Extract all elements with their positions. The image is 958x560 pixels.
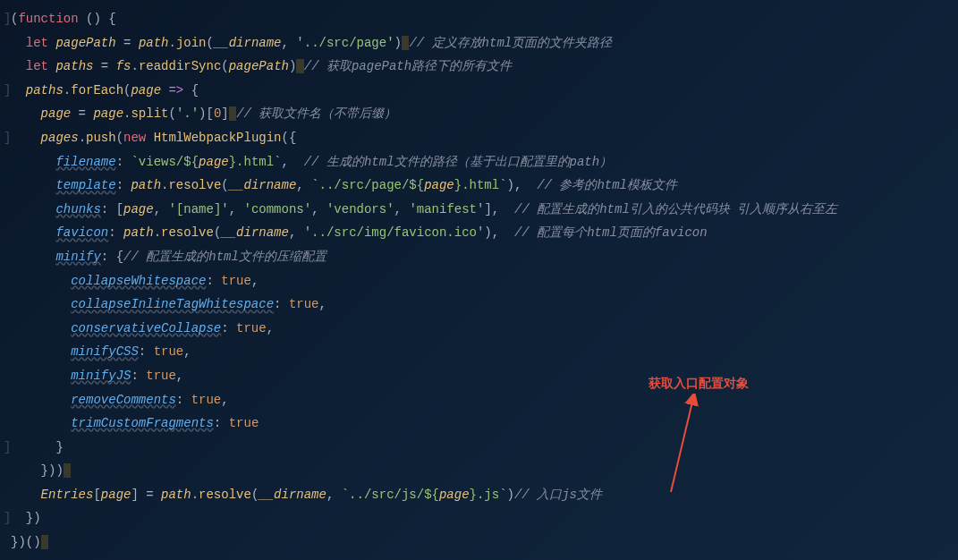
code-line-12: collapseWhitespace: true, [4,269,958,293]
code-line-8: template: path.resolve(__dirname, `../sr… [4,174,958,198]
code-line-11: minify: {// 配置生成的html文件的压缩配置 [4,245,958,269]
code-line-10: favicon: path.resolve(__dirname, '../src… [4,221,958,245]
code-line-17: removeComments: true, [4,388,958,412]
code-line-15: minifyCSS: true, [4,340,958,364]
svg-line-0 [671,398,693,492]
code-line-20: })) [4,459,958,483]
annotation-label: 获取入口配置对象 [649,371,749,395]
code-line-7: filename: `views/${page}.html`, // 生成的ht… [4,150,958,174]
code-line-2: let pagePath = path.join(__dirname, '../… [4,31,958,55]
code-line-3: let paths = fs.readdirSync(pagePath) // … [4,55,958,79]
annotation-arrow-icon [657,394,711,501]
code-line-1: ](function () { [4,7,958,31]
code-line-13: collapseInlineTagWhitespace: true, [4,293,958,317]
code-line-19: ] } [4,436,958,460]
code-line-4: ] paths.forEach(page => { [4,79,958,103]
code-line-14: conservativeCollapse: true, [4,317,958,341]
code-line-23: })() [4,530,958,555]
code-line-5: page = page.split('.')[0] // 获取文件名（不带后缀） [4,102,958,126]
code-line-22: ] }) [4,506,958,530]
code-line-6: ] pages.push(new HtmlWebpackPlugin({ [4,126,958,150]
code-line-18: trimCustomFragments: true [4,412,958,436]
code-line-9: chunks: [page, '[name]', 'commons', 'ven… [4,198,958,222]
code-line-21: Entries[page] = path.resolve(__dirname, … [4,483,958,507]
code-editor[interactable]: ](function () { let pagePath = path.join… [4,7,958,555]
code-line-16: minifyJS: true, [4,364,958,388]
